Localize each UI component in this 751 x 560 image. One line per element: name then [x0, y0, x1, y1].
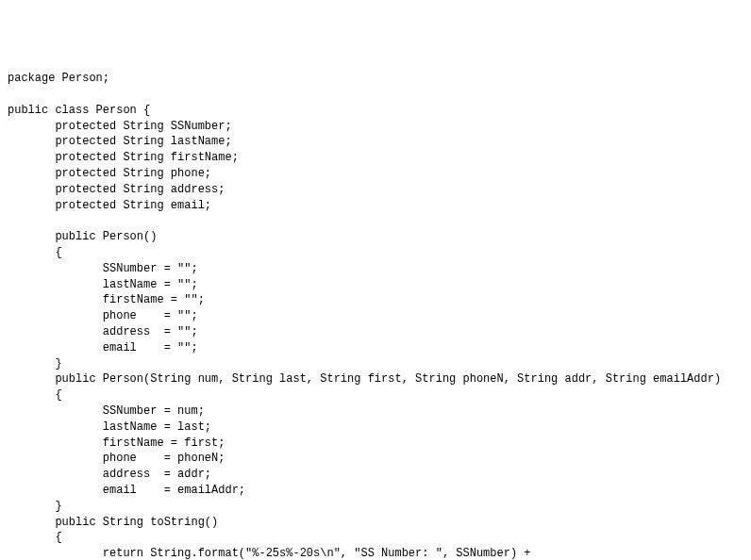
code-block: package Person; public class Person { pr… [8, 71, 743, 560]
